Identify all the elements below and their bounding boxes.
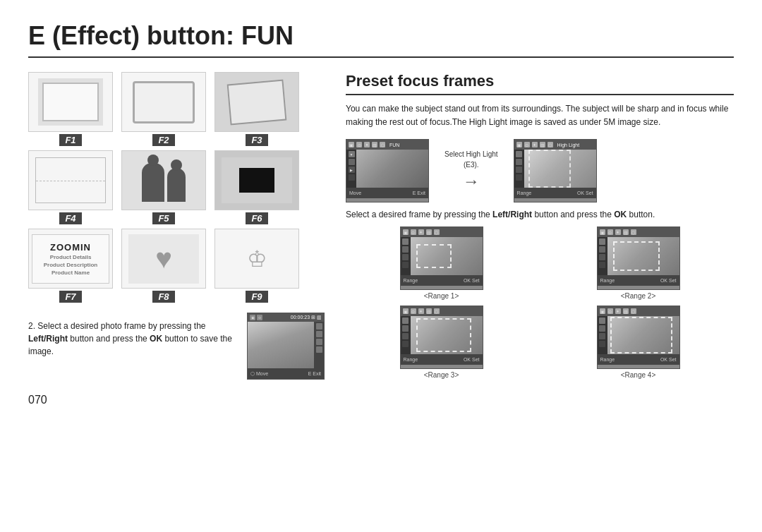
range2-label: <Range 2> <box>621 292 656 300</box>
frame-label-f9: F9 <box>246 291 267 303</box>
r4-ok: OK Set <box>660 357 677 362</box>
frame-image-f2 <box>121 72 206 132</box>
right-panel: Preset focus frames You can make the sub… <box>346 72 734 380</box>
frame-grid: F1 F2 F3 F4 <box>28 72 325 303</box>
frame-label-f3: F3 <box>246 134 267 146</box>
frame-label-f5: F5 <box>152 212 174 224</box>
frame-label-f2: F2 <box>152 134 174 146</box>
page-number: 070 <box>28 394 734 406</box>
frame-image-f7: ZOOMIN Product Details Product Descripti… <box>28 229 113 289</box>
left-panel: F1 F2 F3 F4 <box>28 72 325 380</box>
frame-image-f3 <box>214 72 299 132</box>
frame-image-f1 <box>28 72 113 132</box>
range-screens-grid: ▣⊙♦▥⬡ Range <box>346 226 734 379</box>
select-frame-text: Select a desired frame by pressing the L… <box>346 208 734 221</box>
step2-bold1: Left/Right <box>28 334 68 344</box>
r2-ok: OK Set <box>660 278 677 283</box>
select-text2: button and press the <box>532 210 614 219</box>
frame-cell-f2: F2 <box>121 72 206 146</box>
frame-cell-f9: ♔ F9 <box>214 229 299 303</box>
step2-text2: button and press the <box>70 334 150 344</box>
range1-label: <Range 1> <box>424 292 459 300</box>
page-title: E (Effect) button: FUN <box>28 21 734 58</box>
step2-section: 2. Select a desired photo frame by press… <box>28 310 325 380</box>
r1-ok: OK Set <box>464 278 480 283</box>
select-bold2: OK <box>614 210 627 219</box>
select-bold1: Left/Right <box>492 210 532 219</box>
range2-screen: ▣⊙♦▥⬡ Range <box>543 226 734 300</box>
frame-label-f6: F6 <box>246 212 267 224</box>
frame-image-f6 <box>214 150 299 210</box>
range3-label: <Range 3> <box>424 371 459 379</box>
preset-description: You can make the subject stand out from … <box>346 102 734 129</box>
range1-screen: ▣⊙♦▥⬡ Range <box>346 226 537 300</box>
step2-number: 2. <box>28 321 35 331</box>
frame-image-f5 <box>121 150 206 210</box>
arrow-right-icon: → <box>463 171 480 191</box>
frame-cell-f6: F6 <box>214 150 299 224</box>
fun-exit-label: E Exit <box>413 191 425 195</box>
r3-range: Range <box>404 357 418 362</box>
frame-label-f7: F7 <box>59 291 81 303</box>
frame-label-f1: F1 <box>59 134 81 146</box>
fun-label: FUN <box>387 142 401 148</box>
fun-camera-screen: ▣ ⊙ ♦ ▥ ⬡ FUN ▼ ▶ <box>346 139 429 202</box>
frame-f7-sub3: Product Name <box>52 270 90 276</box>
preset-title: Preset focus frames <box>346 72 734 95</box>
select-highlight-sub: (E3). <box>464 161 479 169</box>
frame-cell-f7: ZOOMIN Product Details Product Descripti… <box>28 229 113 303</box>
r1-range: Range <box>404 278 418 283</box>
frame-label-f8: F8 <box>152 291 174 303</box>
hl-ok-label: OK Set <box>577 191 593 195</box>
frame-f7-title: ZOOMIN <box>50 242 91 253</box>
fun-move-label: Move <box>349 191 361 195</box>
highlight-label: High Light <box>555 142 582 148</box>
frame-image-f9: ♔ <box>214 229 299 289</box>
r2-range: Range <box>600 278 615 283</box>
frame-cell-f8: ♥ F8 <box>121 229 206 303</box>
select-text1: Select a desired frame by pressing the <box>346 210 492 219</box>
select-highlight-text: Select High Light <box>445 150 498 158</box>
frame-f7-sub2: Product Description <box>44 262 97 268</box>
range4-screen: ▣⊙♦▥⬡ Range <box>543 306 734 379</box>
hl-range-label: Range <box>517 191 532 195</box>
step2-text1: Select a desired photo frame by pressing… <box>37 321 205 331</box>
step2-camera-preview: ▣ ⊙ 00:00:23 ⊞ ▥ ⬡ Mo <box>247 313 325 380</box>
step2-bold2: OK <box>150 334 162 344</box>
range4-label: <Range 4> <box>621 371 656 379</box>
r3-ok: OK Set <box>464 357 480 362</box>
frame-f7-sub1: Product Details <box>50 254 92 260</box>
select-text3: button. <box>627 210 655 219</box>
frame-image-f4 <box>28 150 113 210</box>
step2-text: 2. Select a desired photo frame by press… <box>28 320 236 358</box>
frame-cell-f4: F4 <box>28 150 113 224</box>
frame-image-f8: ♥ <box>121 229 206 289</box>
frame-label-f4: F4 <box>59 212 81 224</box>
range3-screen: ▣⊙♦▥⬡ Range <box>346 306 537 379</box>
highlight-camera-screen: ▣ ⊙ ♦ ▥ ⬡ High Light <box>514 139 597 202</box>
frame-cell-f1: F1 <box>28 72 113 146</box>
frame-cell-f5: F5 <box>121 150 206 224</box>
top-camera-row: ▣ ⊙ ♦ ▥ ⬡ FUN ▼ ▶ <box>346 139 734 202</box>
r4-range: Range <box>600 357 615 362</box>
frame-cell-f3: F3 <box>214 72 299 146</box>
